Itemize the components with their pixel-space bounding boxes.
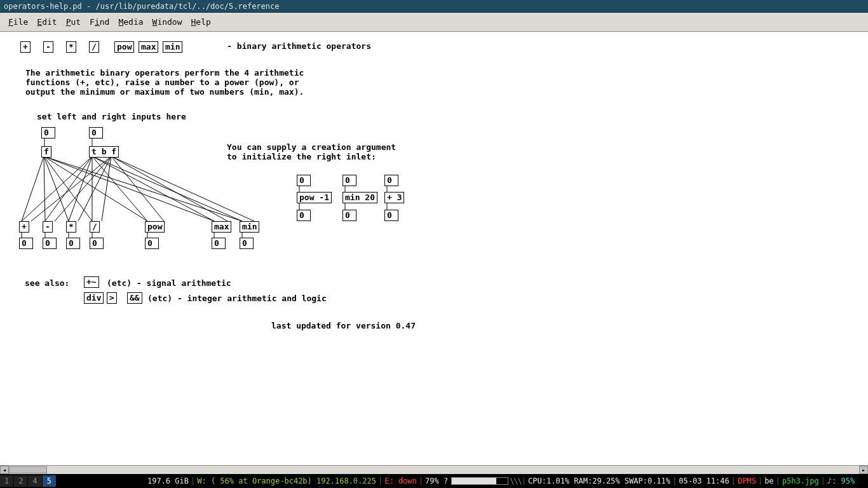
workspace-4[interactable]: 4	[28, 475, 41, 487]
op-min[interactable]: min	[240, 221, 259, 233]
menu-bar: File Edit Put Find Media Window Help	[0, 13, 868, 32]
obj-f[interactable]: f	[41, 146, 51, 158]
set-lr-label: set left and right inputs here	[37, 112, 186, 121]
svg-line-21	[92, 156, 214, 221]
status-bat-text: 79% ?	[423, 477, 450, 485]
out-minus[interactable]: 0	[43, 238, 57, 249]
out-min[interactable]: 0	[240, 238, 254, 249]
svg-line-16	[22, 156, 92, 221]
scroll-thumb[interactable]	[9, 466, 47, 473]
workspace-switcher[interactable]: 1 2 4 5	[0, 475, 57, 487]
ex3-obj[interactable]: + 3	[384, 192, 404, 203]
window-title: operators-help.pd - /usr/lib/puredata/tc…	[4, 2, 279, 11]
status-vol: ♪: 95%	[825, 477, 857, 485]
wm-status-bar: 1 2 4 5 197.6 GiB| W: ( 56% at Orange-bc…	[0, 474, 868, 488]
scroll-left-arrow-icon[interactable]: ◂	[0, 466, 9, 474]
window-titlebar: operators-help.pd - /usr/lib/puredata/tc…	[0, 0, 868, 13]
svg-line-3	[44, 156, 45, 221]
see-also-sig-text: (etc) - signal arithmetic	[107, 278, 231, 288]
workspace-2[interactable]: 2	[14, 475, 27, 487]
see-also-int-text: (etc) - integer arithmetic and logic	[147, 294, 327, 303]
op-plus[interactable]: +	[19, 221, 29, 233]
status-cpu: CPU:1.01% RAM:29.25% SWAP:0.11%	[526, 477, 672, 485]
svg-line-2	[22, 156, 44, 221]
op-pow[interactable]: pow	[145, 221, 165, 233]
out-div[interactable]: 0	[90, 238, 104, 249]
op-box-minus[interactable]: -	[43, 41, 53, 53]
scroll-right-arrow-icon[interactable]: ▸	[859, 466, 868, 474]
svg-line-9	[31, 156, 111, 221]
status-eth: E: down	[383, 477, 419, 485]
svg-line-17	[45, 156, 92, 221]
op-box-min[interactable]: min	[163, 41, 182, 53]
numbox-right-in[interactable]: 0	[89, 127, 103, 139]
svg-line-7	[44, 156, 214, 221]
svg-line-4	[44, 156, 69, 221]
svg-line-11	[78, 156, 111, 221]
status-file: p5h3.jpg	[780, 477, 821, 485]
svg-line-22	[92, 156, 242, 221]
header-desc: - binary arithmetic operators	[227, 41, 371, 51]
menu-media[interactable]: Media	[114, 15, 147, 29]
status-kb: be	[763, 477, 775, 485]
workspace-5[interactable]: 5	[43, 475, 56, 487]
svg-line-13	[111, 156, 164, 221]
menu-put[interactable]: Put	[62, 15, 85, 29]
status-date: 05-03 11:46	[677, 477, 731, 485]
op-box-max[interactable]: max	[139, 41, 158, 53]
status-disk: 197.6 GiB	[146, 477, 191, 485]
svg-line-8	[44, 156, 242, 221]
ex1-in[interactable]: 0	[297, 175, 311, 186]
svg-line-12	[102, 156, 111, 221]
svg-line-10	[55, 156, 111, 221]
out-plus[interactable]: 0	[19, 238, 33, 249]
svg-line-6	[44, 156, 147, 221]
op-box-pow[interactable]: pow	[114, 41, 134, 53]
ex2-in[interactable]: 0	[342, 175, 356, 186]
ex3-out[interactable]: 0	[384, 210, 398, 221]
see-also-sig-box[interactable]: +~	[84, 276, 99, 288]
see-also-and[interactable]: &&	[127, 292, 142, 304]
paragraph: The arithmetic binary operators perform …	[25, 68, 304, 97]
svg-line-14	[111, 156, 227, 221]
ex1-out[interactable]: 0	[297, 210, 311, 221]
ex3-in[interactable]: 0	[384, 175, 398, 186]
out-pow[interactable]: 0	[145, 238, 159, 249]
numbox-left-in[interactable]: 0	[41, 127, 55, 139]
menu-edit[interactable]: Edit	[32, 15, 61, 29]
battery-icon	[451, 477, 508, 485]
menu-find[interactable]: Find	[85, 15, 114, 29]
menu-window[interactable]: Window	[148, 15, 187, 29]
menu-help[interactable]: Help	[187, 15, 215, 29]
ex2-obj[interactable]: min 20	[342, 192, 377, 203]
ex1-obj[interactable]: pow -1	[297, 192, 332, 203]
workspace-1[interactable]: 1	[0, 475, 13, 487]
op-box-plus[interactable]: +	[20, 41, 31, 53]
op-mult[interactable]: *	[66, 221, 76, 233]
status-wifi: W: ( 56% at Orange-bc42b) 192.168.0.225	[195, 477, 378, 485]
op-box-div[interactable]: /	[89, 41, 99, 53]
op-minus[interactable]: -	[43, 221, 53, 233]
menu-file[interactable]: File	[4, 15, 32, 29]
battery-tail-icon: \\\	[510, 477, 522, 485]
svg-line-15	[111, 156, 254, 221]
out-mult[interactable]: 0	[66, 238, 80, 249]
status-dpms: DPMS	[736, 477, 758, 485]
op-max[interactable]: max	[212, 221, 231, 233]
version-text: last updated for version 0.47	[271, 321, 416, 330]
svg-line-18	[69, 156, 92, 221]
see-also-div[interactable]: div	[84, 292, 104, 304]
svg-line-5	[44, 156, 92, 221]
patch-cords	[0, 32, 868, 474]
out-max[interactable]: 0	[212, 238, 226, 249]
see-also-label: see also:	[25, 278, 69, 288]
see-also-gt[interactable]: >	[107, 292, 117, 304]
patch-canvas[interactable]: + - * / pow max min - binary arithmetic …	[0, 32, 868, 474]
svg-line-20	[92, 156, 147, 221]
op-div[interactable]: /	[90, 221, 100, 233]
ex2-out[interactable]: 0	[342, 210, 356, 221]
obj-tbf[interactable]: t b f	[89, 146, 119, 158]
horizontal-scrollbar[interactable]: ◂ ▸	[0, 465, 868, 474]
op-box-mult[interactable]: *	[66, 41, 76, 53]
creation-arg-text: You can supply a creation argument to in…	[227, 142, 396, 161]
